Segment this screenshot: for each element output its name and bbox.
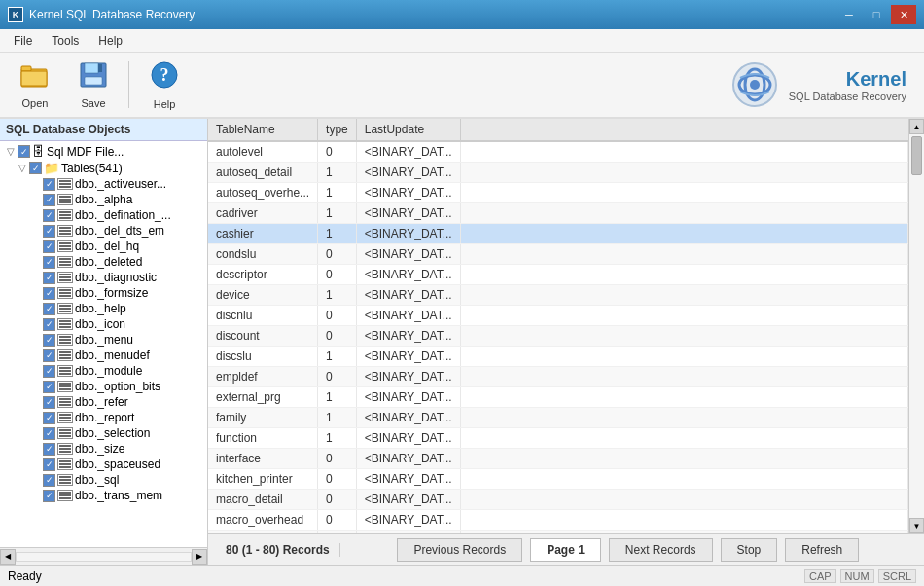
tree-item-10[interactable]: ✓ dbo._menu: [0, 332, 207, 348]
help-button[interactable]: ? Help: [137, 57, 192, 112]
tree-checkbox-13[interactable]: ✓: [43, 381, 55, 393]
table-row[interactable]: external_prg1<BINARY_DAT...: [208, 387, 908, 408]
table-row[interactable]: discnlu0<BINARY_DAT...: [208, 306, 908, 326]
tree-item-6[interactable]: ✓ dbo._diagnostic: [0, 270, 207, 285]
num-indicator: NUM: [840, 569, 874, 583]
menu-tools[interactable]: Tools: [42, 32, 89, 50]
open-button[interactable]: Open: [8, 57, 62, 112]
scroll-right-btn[interactable]: ▶: [192, 549, 207, 565]
table-row[interactable]: condslu0<BINARY_DAT...: [208, 244, 908, 265]
tree-item-5[interactable]: ✓ dbo._deleted: [0, 254, 207, 270]
tree-expand-root[interactable]: ▽: [4, 145, 18, 159]
tree-checkbox-0[interactable]: ✓: [43, 178, 55, 191]
tree-item-14[interactable]: ✓ dbo._refer: [0, 394, 207, 410]
data-table[interactable]: TableName type LastUpdate autolevel0<BIN…: [208, 119, 908, 533]
tree-tables-node[interactable]: ▽ ✓ 📁 Tables(541): [0, 160, 207, 176]
tree-item-16[interactable]: ✓ dbo._selection: [0, 425, 207, 441]
menu-help[interactable]: Help: [89, 32, 132, 50]
tree-item-17[interactable]: ✓ dbo._size: [0, 441, 207, 457]
tree-item-4[interactable]: ✓ dbo._del_hq: [0, 238, 207, 254]
tree-item-1[interactable]: ✓ dbo._alpha: [0, 192, 207, 207]
menu-file[interactable]: File: [4, 32, 42, 50]
table-row[interactable]: kitchen_printer0<BINARY_DAT...: [208, 469, 908, 490]
tree-item-12[interactable]: ✓ dbo._module: [0, 363, 207, 379]
tree-item-2[interactable]: ✓ dbo._defination_...: [0, 207, 207, 223]
tree-checkbox-15[interactable]: ✓: [43, 412, 55, 424]
tree-checkbox-9[interactable]: ✓: [43, 318, 55, 331]
tree-item-19[interactable]: ✓ dbo._sql: [0, 472, 207, 488]
table-row[interactable]: autolevel0<BINARY_DAT...: [208, 141, 908, 163]
table-row[interactable]: discount0<BINARY_DAT...: [208, 326, 908, 347]
next-records-button[interactable]: Next Records: [609, 538, 713, 562]
table-row[interactable]: device1<BINARY_DAT...: [208, 285, 908, 306]
tree-checkbox-root[interactable]: ✓: [18, 145, 30, 158]
tree-checkbox-6[interactable]: ✓: [43, 272, 55, 284]
table-row[interactable]: autoseq_overhe...1<BINARY_DAT...: [208, 183, 908, 203]
table-row[interactable]: macro_detail0<BINARY_DAT...: [208, 490, 908, 510]
col-header-tablename[interactable]: TableName: [208, 119, 318, 141]
tree-checkbox-14[interactable]: ✓: [43, 396, 55, 409]
scroll-left-btn[interactable]: ◀: [0, 549, 16, 565]
table-row[interactable]: autoseq_detail1<BINARY_DAT...: [208, 163, 908, 183]
prev-records-button[interactable]: Previous Records: [397, 538, 522, 562]
tree-expand-tables[interactable]: ▽: [16, 162, 29, 175]
tree-checkbox-3[interactable]: ✓: [43, 225, 55, 238]
table-row[interactable]: macro_overhead0<BINARY_DAT...: [208, 510, 908, 531]
refresh-button[interactable]: Refresh: [785, 538, 859, 562]
table-row[interactable]: descriptor0<BINARY_DAT...: [208, 265, 908, 285]
cell-tablename: interface: [208, 449, 318, 469]
cell-extra: [460, 387, 907, 408]
scroll-track[interactable]: [909, 134, 924, 518]
tree-container[interactable]: ▽ ✓ 🗄 Sql MDF File... ▽ ✓ 📁 Tables(541) …: [0, 141, 207, 547]
tree-checkbox-5[interactable]: ✓: [43, 256, 55, 269]
logo-subtitle: SQL Database Recovery: [789, 91, 906, 102]
table-row[interactable]: interface0<BINARY_DAT...: [208, 449, 908, 469]
tree-checkbox-10[interactable]: ✓: [43, 334, 55, 347]
tree-checkbox-1[interactable]: ✓: [43, 194, 55, 206]
tree-checkbox-12[interactable]: ✓: [43, 365, 55, 378]
tree-item-18[interactable]: ✓ dbo._spaceused: [0, 457, 207, 472]
table-row[interactable]: empldef0<BINARY_DAT...: [208, 367, 908, 387]
tree-item-3[interactable]: ✓ dbo._del_dts_em: [0, 223, 207, 238]
maximize-button[interactable]: □: [864, 5, 889, 24]
tree-checkbox-18[interactable]: ✓: [43, 458, 55, 471]
table-row[interactable]: discslu1<BINARY_DAT...: [208, 347, 908, 367]
tree-checkbox-7[interactable]: ✓: [43, 287, 55, 300]
tree-item-0[interactable]: ✓ dbo._activeuser...: [0, 176, 207, 192]
minimize-button[interactable]: ─: [836, 5, 862, 24]
tree-item-11[interactable]: ✓ dbo._menudef: [0, 348, 207, 363]
tree-checkbox-20[interactable]: ✓: [43, 490, 55, 502]
tree-checkbox-19[interactable]: ✓: [43, 474, 55, 487]
col-header-type[interactable]: type: [318, 119, 357, 141]
tree-checkbox-17[interactable]: ✓: [43, 443, 55, 456]
table-row[interactable]: family1<BINARY_DAT...: [208, 408, 908, 428]
tree-item-9[interactable]: ✓ dbo._icon: [0, 316, 207, 332]
close-button[interactable]: ✕: [891, 5, 916, 24]
table-row[interactable]: cashier1<BINARY_DAT...: [208, 224, 908, 244]
tree-item-7[interactable]: ✓ dbo._formsize: [0, 285, 207, 301]
tree-item-20[interactable]: ✓ dbo._trans_mem: [0, 488, 207, 503]
tree-checkbox-4[interactable]: ✓: [43, 240, 55, 253]
scroll-down-btn[interactable]: ▼: [909, 518, 924, 533]
save-button[interactable]: Save: [66, 57, 121, 112]
tree-checkbox-16[interactable]: ✓: [43, 427, 55, 440]
stop-button[interactable]: Stop: [721, 538, 778, 562]
tree-item-8[interactable]: ✓ dbo._help: [0, 301, 207, 316]
tree-item-label-0: dbo._activeuser...: [75, 177, 166, 191]
tree-item-13[interactable]: ✓ dbo._option_bits: [0, 379, 207, 394]
tree-checkbox-2[interactable]: ✓: [43, 209, 55, 222]
left-panel-scrollbar[interactable]: ◀ ▶: [0, 547, 207, 565]
tree-checkbox-tables[interactable]: ✓: [29, 162, 42, 174]
table-row[interactable]: cadriver1<BINARY_DAT...: [208, 203, 908, 224]
tree-checkbox-11[interactable]: ✓: [43, 349, 55, 362]
tree-checkbox-8[interactable]: ✓: [43, 303, 55, 315]
left-panel: SQL Database Objects ▽ ✓ 🗄 Sql MDF File.…: [0, 119, 208, 565]
vertical-scrollbar[interactable]: ▲ ▼: [908, 119, 924, 533]
scroll-up-btn[interactable]: ▲: [909, 119, 924, 134]
col-header-lastupdate[interactable]: LastUpdate: [356, 119, 460, 141]
tree-item-15[interactable]: ✓ dbo._report: [0, 410, 207, 425]
table-row[interactable]: function1<BINARY_DAT...: [208, 428, 908, 449]
cell-lastupdate: <BINARY_DAT...: [356, 285, 460, 306]
tree-root[interactable]: ▽ ✓ 🗄 Sql MDF File...: [0, 143, 207, 160]
cell-tablename: descriptor: [208, 265, 318, 285]
